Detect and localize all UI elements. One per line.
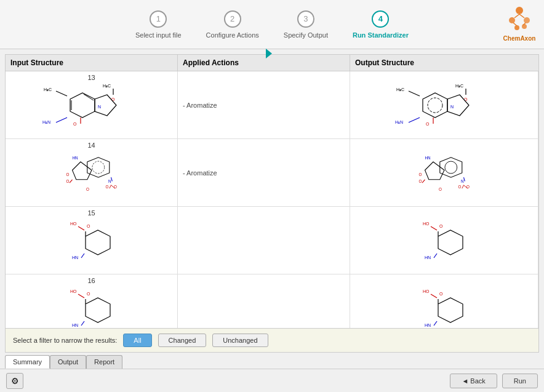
svg-line-77	[78, 294, 84, 298]
action-label-14: - Aromatize	[183, 169, 217, 177]
svg-point-54	[444, 161, 457, 174]
wizard-circle-2: 2	[224, 10, 241, 28]
svg-text:HN: HN	[425, 155, 431, 159]
tab-bar: Summary Output Report	[5, 355, 539, 369]
svg-line-68	[81, 254, 84, 258]
svg-line-43	[111, 177, 112, 181]
svg-marker-73	[438, 230, 463, 255]
tab-report[interactable]: Report	[86, 355, 122, 369]
logo-graphic-icon	[506, 3, 534, 34]
svg-line-52	[422, 179, 425, 182]
cell-actions-14: - Aromatize	[178, 139, 350, 206]
svg-text:HN: HN	[425, 255, 431, 260]
svg-text:H₃C: H₃C	[455, 84, 463, 88]
svg-text:O: O	[66, 179, 69, 183]
svg-marker-14	[70, 93, 95, 118]
svg-text:N: N	[450, 105, 454, 109]
gear-icon: ⚙	[11, 376, 19, 386]
svg-text:O: O	[86, 186, 89, 191]
svg-text:H₂N: H₂N	[42, 120, 50, 124]
wizard-step-4[interactable]: 4 Run Standardizer	[353, 10, 409, 39]
svg-text:O: O	[418, 179, 422, 183]
svg-text:H₃C: H₃C	[44, 87, 52, 92]
filter-label: Select a filter to narrow the results:	[13, 337, 117, 344]
svg-text:O: O	[114, 185, 117, 189]
svg-marker-53	[439, 157, 462, 177]
filter-bar: Select a filter to narrow the results: A…	[5, 329, 539, 353]
svg-line-75	[434, 254, 437, 258]
back-button[interactable]: ◄ Back	[450, 374, 497, 388]
mol-number-15: 15	[87, 209, 95, 217]
svg-text:H₃C: H₃C	[103, 84, 111, 88]
svg-text:O: O	[73, 122, 77, 126]
svg-line-35	[409, 118, 420, 122]
svg-text:O: O	[426, 122, 430, 126]
tab-summary[interactable]: Summary	[5, 355, 50, 369]
svg-line-7	[513, 23, 517, 26]
filter-unchanged-button[interactable]: Unchanged	[212, 334, 268, 347]
molecule-13-input: H₃C H₃C O N O	[36, 78, 147, 133]
svg-text:HO: HO	[70, 222, 77, 226]
wizard-label-4: Run Standardizer	[353, 31, 409, 39]
svg-text:HO: HO	[423, 289, 430, 294]
wizard-step-2[interactable]: 2 Configure Actions	[206, 10, 259, 39]
svg-text:O: O	[87, 224, 90, 228]
bottom-left: ⚙	[6, 373, 23, 389]
svg-text:O: O	[439, 186, 442, 191]
svg-line-82	[81, 321, 84, 326]
svg-line-89	[434, 321, 437, 326]
bottom-right: ◄ Back Run	[450, 374, 538, 388]
col-header-input: Input Structure	[6, 55, 178, 71]
svg-text:HN: HN	[72, 155, 78, 159]
svg-line-24	[409, 91, 420, 96]
results-table: Input Structure Applied Actions Output S…	[5, 54, 539, 329]
cell-input-16: 16 HO O HN	[6, 274, 178, 328]
svg-point-4	[522, 24, 527, 29]
svg-text:N: N	[98, 105, 101, 109]
svg-text:O: O	[105, 185, 108, 189]
table-row: 14 HN O O	[6, 139, 538, 207]
cell-input-13: 13 H₃C H₃C O	[6, 71, 178, 138]
wizard-bar: 1 Select input file 2 Configure Actions …	[0, 0, 544, 49]
svg-line-10	[56, 91, 67, 96]
cell-output-15: HO O HN	[350, 207, 538, 274]
svg-line-84	[431, 294, 437, 298]
table-row: 13 H₃C H₃C O	[6, 71, 538, 139]
wizard-label-3: Specify Output	[284, 31, 328, 39]
bottom-toolbar: ⚙ ◄ Back Run	[0, 369, 544, 392]
svg-text:O: O	[439, 292, 443, 296]
wizard-circle-1: 1	[150, 10, 167, 28]
molecule-14-input: HN O O N O	[36, 145, 147, 201]
svg-marker-80	[86, 298, 110, 322]
svg-line-20	[56, 118, 67, 122]
svg-marker-40	[87, 157, 109, 177]
wizard-step-3[interactable]: 3 Specify Output	[284, 10, 328, 39]
wizard-circle-4: 4	[372, 10, 389, 28]
col-header-actions: Applied Actions	[178, 55, 350, 71]
mol-number-13: 13	[87, 74, 95, 81]
cell-actions-13: - Aromatize	[178, 71, 350, 138]
svg-point-3	[514, 25, 519, 30]
svg-text:HN: HN	[72, 323, 78, 327]
table-body: 13 H₃C H₃C O	[6, 71, 538, 328]
table-row: 16 HO O HN HO	[6, 274, 538, 328]
svg-text:O: O	[66, 172, 69, 176]
molecule-16-output: HO O HN	[389, 281, 500, 329]
tab-output[interactable]: Output	[50, 355, 86, 369]
svg-point-29	[428, 98, 442, 113]
svg-point-1	[509, 17, 515, 23]
wizard-step-1[interactable]: 1 Select input file	[135, 10, 182, 39]
settings-button[interactable]: ⚙	[6, 373, 23, 389]
mol-number-16: 16	[87, 277, 95, 284]
wizard-label-1: Select input file	[135, 31, 182, 39]
logo-text: ChemAxon	[503, 35, 536, 42]
svg-text:O: O	[439, 224, 443, 228]
svg-line-70	[431, 226, 437, 230]
run-button[interactable]: Run	[502, 374, 538, 388]
filter-all-button[interactable]: All	[123, 334, 151, 347]
cell-output-13: H₃C H₃C O N O H₂N	[350, 71, 538, 138]
filter-changed-button[interactable]: Changed	[158, 334, 207, 347]
svg-marker-28	[423, 93, 447, 118]
molecule-14-output: HN O O N O O	[389, 145, 500, 201]
svg-text:O: O	[466, 185, 470, 189]
